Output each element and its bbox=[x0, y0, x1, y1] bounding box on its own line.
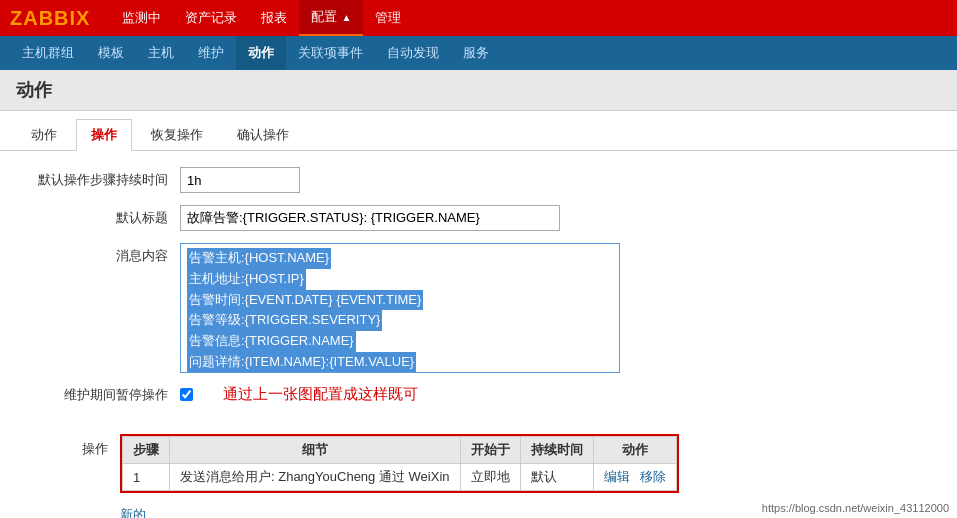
subnav-host-groups[interactable]: 主机群组 bbox=[10, 36, 86, 70]
url-bar: https://blog.csdn.net/weixin_43112000 bbox=[762, 502, 949, 514]
duration-label: 默认操作步骤持续时间 bbox=[20, 167, 180, 189]
subnav-event-correlation[interactable]: 关联项事件 bbox=[286, 36, 375, 70]
duration-row: 默认操作步骤持续时间 bbox=[20, 167, 937, 193]
msg-line-4: 告警等级:{TRIGGER.SEVERITY} bbox=[187, 310, 382, 331]
col-start-at: 开始于 bbox=[460, 437, 520, 464]
subnav-templates[interactable]: 模板 bbox=[86, 36, 136, 70]
msg-line-6: 问题详情:{ITEM.NAME}:{ITEM.VALUE} bbox=[187, 352, 416, 373]
form-area: 默认操作步骤持续时间 默认标题 消息内容 告警主机:{HOST.NAME} 主机… bbox=[0, 151, 957, 434]
col-duration: 持续时间 bbox=[520, 437, 593, 464]
tab-action[interactable]: 动作 bbox=[16, 119, 72, 150]
subnav-hosts[interactable]: 主机 bbox=[136, 36, 186, 70]
subject-row: 默认标题 bbox=[20, 205, 937, 231]
msg-line-5: 告警信息:{TRIGGER.NAME} bbox=[187, 331, 356, 352]
tabs-container: 动作 操作 恢复操作 确认操作 bbox=[0, 111, 957, 151]
col-step: 步骤 bbox=[123, 437, 170, 464]
msg-line-1: 告警主机:{HOST.NAME} bbox=[187, 248, 331, 269]
duration-input[interactable] bbox=[180, 167, 300, 193]
msg-line-2: 主机地址:{HOST.IP} bbox=[187, 269, 306, 290]
row-detail: 发送消息给用户: ZhangYouCheng 通过 WeiXin bbox=[170, 464, 461, 491]
message-row: 消息内容 告警主机:{HOST.NAME} 主机地址:{HOST.IP} 告警时… bbox=[20, 243, 937, 373]
row-duration: 默认 bbox=[520, 464, 593, 491]
subnav-maintenance[interactable]: 维护 bbox=[186, 36, 236, 70]
config-arrow-icon: ▲ bbox=[341, 12, 351, 23]
nav-monitor[interactable]: 监测中 bbox=[110, 0, 173, 36]
new-operation-link[interactable]: 新的 bbox=[120, 506, 146, 518]
subject-label: 默认标题 bbox=[20, 205, 180, 227]
col-actions: 动作 bbox=[593, 437, 677, 464]
tab-ack-ops[interactable]: 确认操作 bbox=[222, 119, 304, 150]
operations-table-wrapper: 步骤 细节 开始于 持续时间 动作 1 发送消息给用户: ZhangYouChe… bbox=[120, 434, 679, 493]
annotation-text: 通过上一张图配置成这样既可 bbox=[223, 385, 418, 404]
row-step: 1 bbox=[123, 464, 170, 491]
page-content: 动作 动作 操作 恢复操作 确认操作 默认操作步骤持续时间 默认标题 消息内容 … bbox=[0, 70, 957, 518]
subject-input[interactable] bbox=[180, 205, 560, 231]
edit-link[interactable]: 编辑 bbox=[604, 469, 630, 484]
row-start-at: 立即地 bbox=[460, 464, 520, 491]
subnav-discovery[interactable]: 自动发现 bbox=[375, 36, 451, 70]
nav-reports[interactable]: 报表 bbox=[249, 0, 299, 36]
tab-operations[interactable]: 操作 bbox=[76, 119, 132, 151]
nav-admin[interactable]: 管理 bbox=[363, 0, 413, 36]
maintenance-label: 维护期间暂停操作 bbox=[20, 386, 180, 404]
table-row: 1 发送消息给用户: ZhangYouCheng 通过 WeiXin 立即地 默… bbox=[123, 464, 677, 491]
message-label: 消息内容 bbox=[20, 243, 180, 265]
remove-link[interactable]: 移除 bbox=[640, 469, 666, 484]
top-navigation: ZABBIX 监测中 资产记录 报表 配置 ▲ 管理 bbox=[0, 0, 957, 36]
tab-recovery-ops[interactable]: 恢复操作 bbox=[136, 119, 218, 150]
message-content-box[interactable]: 告警主机:{HOST.NAME} 主机地址:{HOST.IP} 告警时间:{EV… bbox=[180, 243, 620, 373]
row-action-links: 编辑 移除 bbox=[593, 464, 677, 491]
operations-table: 步骤 细节 开始于 持续时间 动作 1 发送消息给用户: ZhangYouChe… bbox=[122, 436, 677, 491]
zabbix-logo: ZABBIX bbox=[10, 7, 90, 30]
operations-label: 操作 bbox=[20, 434, 120, 458]
sub-navigation: 主机群组 模板 主机 维护 动作 关联项事件 自动发现 服务 bbox=[0, 36, 957, 70]
page-title: 动作 bbox=[0, 70, 957, 111]
msg-line-3: 告警时间:{EVENT.DATE} {EVENT.TIME} bbox=[187, 290, 423, 311]
nav-config[interactable]: 配置 ▲ bbox=[299, 0, 363, 36]
col-detail: 细节 bbox=[170, 437, 461, 464]
subnav-services[interactable]: 服务 bbox=[451, 36, 501, 70]
nav-assets[interactable]: 资产记录 bbox=[173, 0, 249, 36]
maintenance-checkbox[interactable] bbox=[180, 388, 193, 401]
subnav-actions[interactable]: 动作 bbox=[236, 36, 286, 70]
